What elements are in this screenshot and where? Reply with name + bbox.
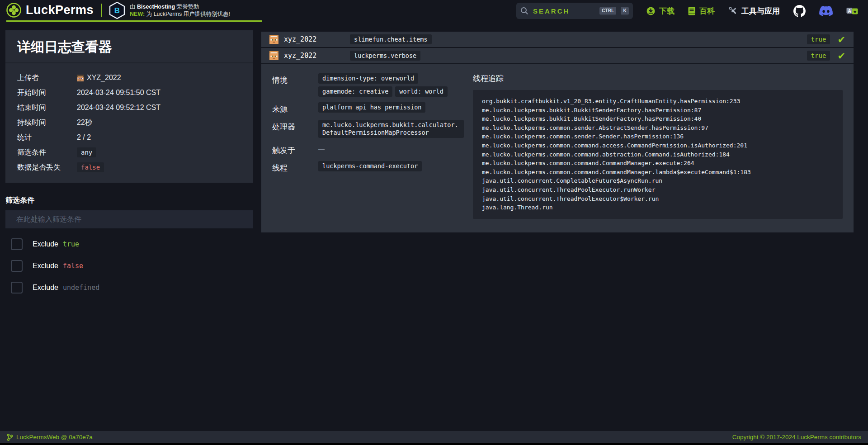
count-value: 2 / 2 (77, 133, 91, 142)
search-icon (520, 7, 528, 15)
permission-node-chip: luckperms.verbose (350, 51, 420, 61)
row-avatar (269, 35, 278, 44)
session-meta-card: 详细日志查看器 上传者 XYZ_2022 (5, 30, 253, 183)
filter-input[interactable] (5, 210, 253, 228)
navbar-left: LuckPerms B 由 BisectHosting 荣誉赞助 NEW: 为 … (6, 0, 262, 22)
exclude-true-checkbox[interactable] (11, 238, 23, 250)
wiki-book-icon (688, 7, 695, 15)
k-key: K (621, 7, 629, 15)
uploader-avatar (77, 75, 84, 81)
thread-chip: luckperms-command-executor (318, 161, 422, 171)
context-chip: gamemode: creative (318, 86, 392, 97)
permission-row-1[interactable]: xyz_2022 slimefun.cheat.items true ✔ (261, 32, 854, 47)
exclude-false-checkbox[interactable] (11, 260, 23, 272)
navbar: LuckPerms B 由 BisectHosting 荣誉赞助 NEW: 为 … (0, 0, 868, 22)
trace-line: java.lang.Thread.run (482, 203, 834, 212)
end-time-value: 2024-03-24 09:52:12 CST (77, 104, 160, 112)
trace-line: me.lucko.luckperms.common.command.abstra… (482, 150, 834, 159)
footer-version-text: LuckPermsWeb @ 0a70e7a (16, 434, 93, 440)
trace-heading: 线程追踪 (473, 73, 843, 84)
trace-line: me.lucko.luckperms.common.sender.Sender.… (482, 132, 834, 141)
main-content: xyz_2022 slimefun.cheat.items true ✔ xyz… (261, 32, 854, 232)
uploader-name: XYZ_2022 (87, 74, 121, 82)
context-chip: dimension-type: overworld (318, 73, 418, 84)
brand-title: LuckPerms (26, 3, 94, 17)
exclude-false-row[interactable]: Exclude false (5, 260, 253, 272)
nav-link-wiki[interactable]: 百科 (688, 6, 715, 16)
footer-version-link[interactable]: LuckPermsWeb @ 0a70e7a (7, 434, 93, 441)
discord-icon (819, 5, 833, 16)
trace-line: me.lucko.luckperms.common.sender.Abstrac… (482, 123, 834, 133)
exclude-true-row[interactable]: Exclude true (5, 238, 253, 250)
result-chip: true (807, 51, 830, 61)
meta-row-filter: 筛选条件 any (17, 147, 241, 158)
processor-chip: me.lucko.luckperms.bukkit.calculator.Def… (318, 120, 464, 138)
nav-link-tools[interactable]: 工具与应用 (728, 6, 780, 16)
row-username: xyz_2022 (284, 35, 316, 43)
check-icon: ✔ (837, 35, 845, 44)
search-button[interactable]: SEARCH CTRL K (516, 3, 633, 19)
exclude-undefined-checkbox[interactable] (11, 282, 23, 294)
thread-trace-section: 线程追踪 org.bukkit.craftbukkit.v1_20_R3.ent… (473, 73, 843, 219)
exclude-undefined-row[interactable]: Exclude undefined (5, 282, 253, 294)
language-switch[interactable]: A ★ (846, 7, 858, 15)
tools-icon (728, 6, 737, 15)
meta-row-uploader: 上传者 XYZ_2022 (17, 72, 241, 83)
exclude-true-value: true (63, 240, 79, 248)
github-icon (793, 5, 806, 17)
trace-line: java.util.concurrent.ThreadPoolExecutor$… (482, 194, 834, 204)
check-icon: ✔ (837, 51, 845, 61)
row-avatar (269, 51, 278, 60)
nav-link-wiki-label: 百科 (699, 6, 715, 16)
meta-row-end-time: 结束时间 2024-03-24 09:52:12 CST (17, 102, 241, 113)
navbar-divider (101, 4, 102, 17)
origin-chip: platform_api_has_permission (318, 102, 425, 113)
field-origin: 来源 platform_api_has_permission (272, 102, 464, 114)
page-title: 详细日志查看器 (5, 30, 253, 63)
start-time-value: 2024-03-24 09:51:50 CST (77, 89, 160, 97)
sidebar: 详细日志查看器 上传者 XYZ_2022 (5, 30, 253, 294)
search-label: SEARCH (533, 7, 595, 15)
exclude-false-value: false (63, 262, 83, 270)
trace-line: org.bukkit.craftbukkit.v1_20_R3.entity.C… (482, 97, 834, 106)
footer: LuckPermsWeb @ 0a70e7a Copyright © 2017-… (0, 431, 868, 443)
bisecthosting-logo-icon: B (109, 2, 125, 19)
new-badge: NEW: (130, 11, 145, 17)
footer-copyright[interactable]: Copyright © 2017-2024 LuckPerms contribu… (732, 434, 861, 440)
filter-section-heading: 筛选条件 (5, 196, 253, 205)
trace-line: me.lucko.luckperms.bukkit.BukkitSenderFa… (482, 114, 834, 123)
caused-by-empty: — (318, 143, 325, 156)
permission-row-2[interactable]: xyz_2022 luckperms.verbose true ✔ (261, 48, 854, 63)
luckperms-logo-icon (6, 3, 21, 18)
sponsor-banner-link[interactable]: B 由 BisectHosting 荣誉赞助 NEW: 为 LuckPerms … (109, 2, 230, 19)
meta-rows: 上传者 XYZ_2022 开始时间 2024-03-2 (5, 63, 253, 183)
svg-text:B: B (114, 6, 120, 15)
translate-icon: A ★ (846, 7, 858, 15)
page: LuckPerms B 由 BisectHosting 荣誉赞助 NEW: 为 … (0, 0, 868, 443)
field-processor: 处理器 me.lucko.luckperms.bukkit.calculator… (272, 120, 464, 138)
trace-line: me.lucko.luckperms.bukkit.BukkitSenderFa… (482, 106, 834, 115)
sponsor-line1: 由 BisectHosting 荣誉赞助 (130, 3, 230, 10)
meta-row-truncated: 数据是否丢失 false (17, 162, 241, 173)
ctrl-key: CTRL (599, 7, 616, 15)
row-username: xyz_2022 (284, 52, 316, 60)
sponsor-line2: NEW: 为 LuckPerms 用户提供特别优惠! (130, 10, 230, 18)
field-caused-by: 触发于 — (272, 143, 464, 156)
trace-line: java.util.concurrent.ThreadPoolExecutor.… (482, 185, 834, 194)
discord-link[interactable] (819, 5, 833, 16)
meta-row-duration: 持续时间 22秒 (17, 117, 241, 128)
git-branch-icon (7, 434, 13, 441)
nav-link-tools-label: 工具与应用 (741, 6, 780, 16)
context-chip: world: world (395, 86, 448, 97)
result-chip: true (807, 34, 830, 44)
trace-line: me.lucko.luckperms.common.command.access… (482, 141, 834, 150)
svg-text:A: A (848, 9, 851, 14)
brand-home-link[interactable]: LuckPerms (6, 3, 94, 18)
detail-fields: 情境 dimension-type: overworld gamemode: c… (272, 73, 464, 219)
nav-link-download[interactable]: 下载 (646, 6, 675, 16)
github-link[interactable] (793, 5, 806, 17)
nav-link-download-label: 下载 (659, 6, 675, 16)
field-thread: 线程 luckperms-command-executor (272, 161, 464, 173)
sponsor-text: 由 BisectHosting 荣誉赞助 NEW: 为 LuckPerms 用户… (130, 3, 230, 18)
trace-line: me.lucko.luckperms.common.command.Comman… (482, 159, 834, 168)
